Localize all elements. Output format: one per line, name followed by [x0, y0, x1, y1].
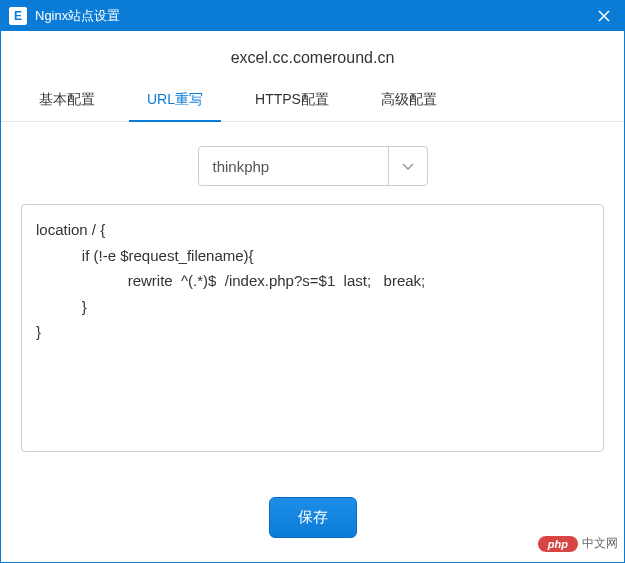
- save-button[interactable]: 保存: [269, 497, 357, 538]
- tabs-bar: 基本配置 URL重写 HTTPS配置 高级配置: [1, 81, 624, 122]
- watermark-text: 中文网: [582, 535, 618, 552]
- site-name: excel.cc.comeround.cn: [1, 31, 624, 81]
- watermark: php 中文网: [538, 535, 618, 552]
- window-title: Nginx站点设置: [35, 7, 584, 25]
- close-icon: [598, 10, 610, 22]
- tab-url-rewrite[interactable]: URL重写: [129, 81, 221, 121]
- dialog-window: E Nginx站点设置 excel.cc.comeround.cn 基本配置 U…: [0, 0, 625, 563]
- app-icon: E: [9, 7, 27, 25]
- tab-https-config[interactable]: HTTPS配置: [237, 81, 347, 121]
- template-select-wrap: thinkphp: [198, 146, 428, 186]
- template-select[interactable]: thinkphp: [198, 146, 428, 186]
- titlebar: E Nginx站点设置: [1, 1, 624, 31]
- tab-advanced-config[interactable]: 高级配置: [363, 81, 455, 121]
- footer: 保存 php 中文网: [1, 477, 624, 562]
- tab-basic-config[interactable]: 基本配置: [21, 81, 113, 121]
- content-area: thinkphp: [1, 122, 624, 477]
- rewrite-code-textarea[interactable]: [21, 204, 604, 452]
- watermark-pill: php: [538, 536, 578, 552]
- close-button[interactable]: [584, 1, 624, 31]
